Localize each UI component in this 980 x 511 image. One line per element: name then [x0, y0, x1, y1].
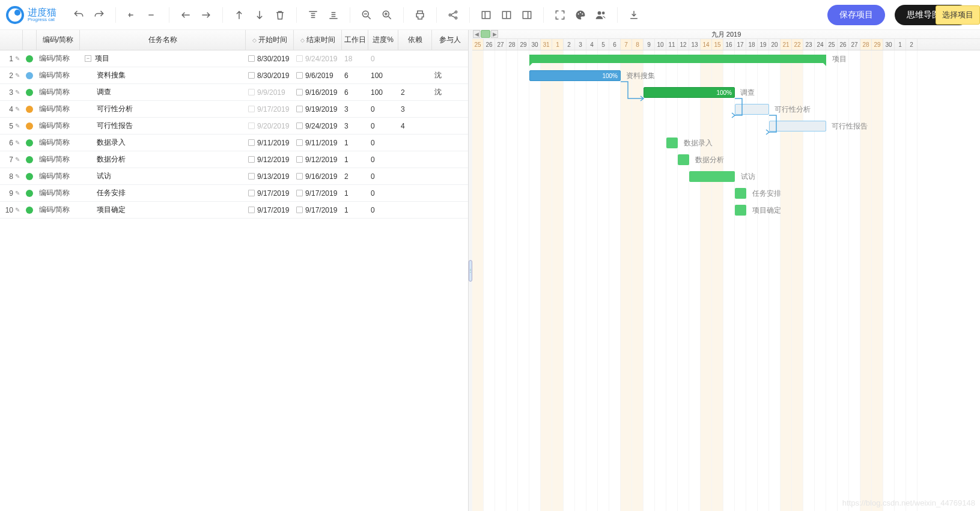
day-cell[interactable]: 21 — [781, 39, 792, 50]
cell-progress[interactable]: 0 — [368, 135, 398, 151]
day-cell[interactable]: 12 — [678, 39, 689, 50]
cell-depend[interactable] — [398, 185, 432, 201]
day-cell[interactable]: 4 — [586, 39, 598, 50]
download-icon[interactable] — [627, 8, 641, 22]
cell-progress[interactable]: 100 — [368, 67, 398, 83]
cell-participant[interactable] — [432, 101, 468, 117]
cell-progress[interactable]: 0 — [368, 118, 398, 134]
cell-participant[interactable] — [432, 151, 468, 168]
day-cell[interactable]: 10 — [655, 39, 666, 50]
align-top-icon[interactable] — [306, 8, 320, 22]
gantt-bar[interactable]: 数据分析 — [678, 154, 689, 165]
day-cell[interactable]: 7 — [621, 39, 632, 50]
cell-workday[interactable]: 1 — [342, 185, 368, 201]
table-row[interactable]: 2✎编码/简称资料搜集8/30/20199/6/20196100沈 — [0, 67, 468, 84]
edit-icon[interactable]: ✎ — [15, 139, 20, 146]
gantt-bar[interactable]: 项目确定 — [735, 205, 746, 216]
cell-progress[interactable]: 100 — [368, 84, 398, 100]
scroll-right-icon[interactable]: ▶ — [491, 30, 498, 38]
cell-task[interactable]: 可行性报告 — [80, 118, 246, 134]
day-cell[interactable]: 20 — [769, 39, 781, 50]
cell-depend[interactable] — [398, 151, 432, 168]
cell-end[interactable]: 9/12/2019 — [294, 151, 342, 168]
day-cell[interactable]: 25 — [472, 39, 484, 50]
cell-start[interactable]: 8/30/2019 — [246, 67, 294, 83]
cell-code[interactable]: 编码/简称 — [37, 135, 80, 151]
gantt-bar[interactable]: 项目 — [529, 55, 826, 63]
table-row[interactable]: 4✎编码/简称可行性分析9/17/20199/19/2019303 — [0, 101, 468, 118]
edit-icon[interactable]: ✎ — [15, 106, 20, 112]
link-remove-icon[interactable] — [145, 8, 160, 22]
cell-participant[interactable]: 沈 — [432, 67, 468, 83]
day-cell[interactable]: 27 — [849, 39, 860, 50]
day-cell[interactable]: 16 — [723, 39, 735, 50]
scroll-left-icon[interactable]: ◀ — [473, 30, 480, 38]
day-cell[interactable]: 19 — [758, 39, 769, 50]
edit-icon[interactable]: ✎ — [15, 190, 20, 196]
day-cell[interactable]: 17 — [735, 39, 746, 50]
day-cell[interactable]: 31 — [541, 39, 552, 50]
gantt-bar[interactable]: 试访 — [689, 171, 735, 182]
col-depend[interactable]: 依赖 — [398, 30, 432, 50]
cell-depend[interactable] — [398, 50, 432, 67]
delete-icon[interactable] — [273, 8, 287, 22]
table-row[interactable]: 6✎编码/简称数据录入9/11/20199/11/201910 — [0, 135, 468, 151]
cell-progress[interactable]: 0 — [368, 101, 398, 117]
fullscreen-icon[interactable] — [553, 8, 567, 22]
edit-icon[interactable]: ✎ — [15, 89, 20, 95]
day-cell[interactable]: 15 — [712, 39, 723, 50]
cell-code[interactable]: 编码/简称 — [37, 101, 80, 117]
col-participant[interactable]: 参与人 — [432, 30, 468, 50]
gantt-bar[interactable]: 100%资料搜集 — [529, 70, 621, 81]
cell-workday[interactable]: 3 — [342, 118, 368, 134]
cell-end[interactable]: 9/11/2019 — [294, 135, 342, 151]
cell-progress[interactable]: 0 — [368, 202, 398, 218]
day-cell[interactable]: 30 — [529, 39, 541, 50]
cell-depend[interactable] — [398, 202, 432, 218]
move-down-icon[interactable] — [252, 8, 267, 22]
cell-participant[interactable] — [432, 135, 468, 151]
cell-start[interactable]: 9/13/2019 — [246, 168, 294, 184]
day-cell[interactable]: 27 — [495, 39, 507, 50]
cell-task[interactable]: 调查 — [80, 84, 246, 100]
gantt-bar[interactable]: 可行性报告 — [769, 121, 826, 132]
print-icon[interactable] — [413, 8, 427, 22]
day-cell[interactable]: 2 — [906, 39, 918, 50]
table-row[interactable]: 1✎编码/简称−项目8/30/20199/24/2019180 — [0, 50, 468, 67]
cell-end[interactable]: 9/16/2019 — [294, 168, 342, 184]
cell-code[interactable]: 编码/简称 — [37, 202, 80, 218]
gantt-bar[interactable]: 数据录入 — [666, 138, 678, 148]
cell-start[interactable]: 9/20/2019 — [246, 118, 294, 134]
cell-task[interactable]: 数据分析 — [80, 151, 246, 168]
cell-code[interactable]: 编码/简称 — [37, 118, 80, 134]
palette-icon[interactable] — [573, 8, 588, 22]
users-icon[interactable] — [594, 8, 608, 22]
cell-participant[interactable] — [432, 168, 468, 184]
cell-workday[interactable]: 1 — [342, 202, 368, 218]
cell-code[interactable]: 编码/简称 — [37, 84, 80, 100]
cell-task[interactable]: −项目 — [80, 50, 246, 67]
cell-start[interactable]: 9/17/2019 — [246, 202, 294, 218]
table-row[interactable]: 10✎编码/简称项目确定9/17/20199/17/201910 — [0, 202, 468, 219]
cell-participant[interactable] — [432, 50, 468, 67]
day-cell[interactable]: 28 — [860, 39, 872, 50]
zoom-in-icon[interactable] — [380, 8, 394, 22]
cell-start[interactable]: 9/17/2019 — [246, 185, 294, 201]
cell-participant[interactable] — [432, 202, 468, 218]
cell-task[interactable]: 试访 — [80, 168, 246, 184]
col-code[interactable]: 编码/简称 — [37, 30, 80, 50]
cell-start[interactable]: 9/17/2019 — [246, 101, 294, 117]
day-cell[interactable]: 14 — [701, 39, 712, 50]
col-workday[interactable]: 工作日 — [342, 30, 368, 50]
cell-progress[interactable]: 0 — [368, 185, 398, 201]
align-bottom-icon[interactable] — [326, 8, 341, 22]
table-row[interactable]: 3✎编码/简称调查9/9/20199/16/201961002沈 — [0, 84, 468, 101]
cell-workday[interactable]: 18 — [342, 50, 368, 67]
day-cell[interactable]: 22 — [792, 39, 803, 50]
gantt-bar[interactable]: 100%调查 — [644, 87, 735, 98]
day-cell[interactable]: 29 — [872, 39, 883, 50]
scroll-thumb[interactable] — [481, 30, 490, 38]
day-cell[interactable]: 11 — [666, 39, 678, 50]
cell-workday[interactable]: 1 — [342, 135, 368, 151]
table-row[interactable]: 8✎编码/简称试访9/13/20199/16/201920 — [0, 168, 468, 185]
